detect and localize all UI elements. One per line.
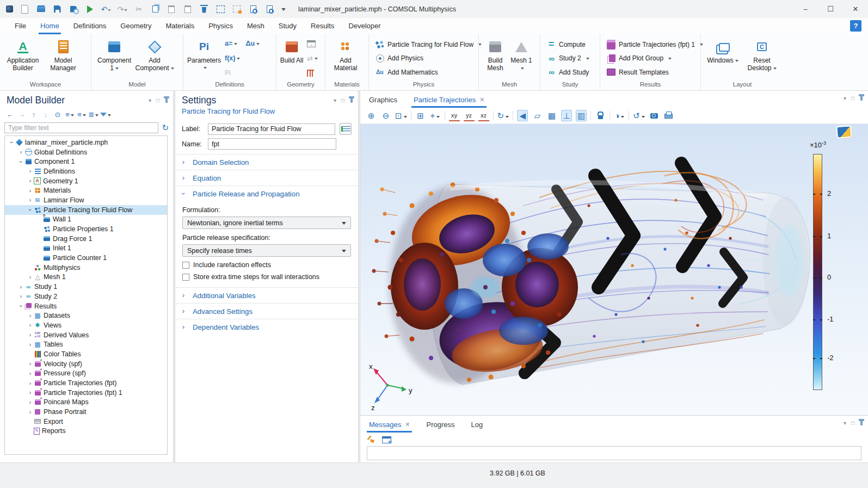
results[interactable]: Results <box>304 18 341 34</box>
home[interactable]: Home <box>33 18 66 34</box>
pin-panel-icon[interactable] <box>165 98 168 103</box>
tree-expander-icon[interactable] <box>27 313 34 319</box>
particle-trajectories[interactable]: Particle Trajectories ✕ <box>414 96 484 108</box>
particle-trajectories-plot-button[interactable]: Particle Trajectories (fpt) 1 <box>607 39 703 50</box>
tree-row[interactable]: Export <box>5 417 167 427</box>
refresh-tree-icon[interactable]: ↻ <box>162 123 169 133</box>
tree-expander-icon[interactable] <box>27 361 34 367</box>
close-tab-icon[interactable]: ✕ <box>479 96 484 103</box>
tree-expander-icon[interactable] <box>27 168 34 174</box>
tree-row[interactable]: Particle Tracing for Fluid Flow <box>5 205 167 215</box>
section-domain-selection[interactable]: Domain Selection <box>175 154 358 170</box>
file[interactable]: File <box>8 18 33 34</box>
undo-icon[interactable]: ↶ <box>99 3 113 16</box>
study-2-button[interactable]: ∞ Study 2 <box>547 53 589 64</box>
tree-row[interactable]: Velocity (spf) <box>5 359 167 369</box>
save-search-icon[interactable] <box>66 3 81 16</box>
tree-row[interactable]: Results <box>5 301 167 311</box>
snapshot-icon[interactable] <box>649 110 660 121</box>
tree-expander-icon[interactable] <box>17 284 24 290</box>
delete-icon[interactable] <box>197 3 211 16</box>
zoom-out-icon[interactable]: ⊖ <box>380 110 391 121</box>
tree-expander-icon[interactable] <box>27 399 34 405</box>
zoom-extents-icon[interactable]: ⊞ <box>415 110 426 121</box>
mesh-1-button[interactable]: Mesh 1 <box>509 37 533 79</box>
open-log-window-icon[interactable] <box>382 436 391 443</box>
progress[interactable]: Progress <box>426 421 454 433</box>
grid-icon[interactable]: ▦ <box>546 110 557 121</box>
close-button[interactable]: ✕ <box>843 0 868 18</box>
view-xy-icon[interactable]: xy <box>449 110 460 121</box>
wall-timesteps-checkbox[interactable] <box>182 274 189 281</box>
messages[interactable]: Messages ✕ <box>369 421 410 433</box>
windows-button[interactable]: Windows <box>707 37 738 79</box>
maximize-button[interactable]: ☐ <box>818 0 843 18</box>
tree-expander-icon[interactable] <box>27 197 34 203</box>
import-geometry-button[interactable] <box>307 38 318 49</box>
build-all-button[interactable]: Build All <box>280 37 304 79</box>
scene-light-icon[interactable]: ◀ <box>517 110 528 121</box>
add-material-button[interactable]: Add Material <box>329 37 362 79</box>
tree-row[interactable]: Materials <box>5 186 167 195</box>
collapse-panel-icon[interactable]: ▾ <box>844 95 846 101</box>
float-panel-icon[interactable]: □ <box>156 97 159 103</box>
graphics-canvas[interactable]: x y z ×10-3 2 1 0 -1 -2 <box>360 124 868 415</box>
result-templates-button[interactable]: Result Templates <box>607 66 703 78</box>
collapse-panel-icon[interactable]: ▾ <box>334 97 336 103</box>
tree-row[interactable]: Component 1 <box>5 157 167 166</box>
view-xz-icon[interactable]: xz <box>478 110 489 121</box>
tree-row[interactable]: Poincaré Maps <box>5 398 167 407</box>
tree-filter-input[interactable] <box>4 122 158 133</box>
pin-panel-icon[interactable] <box>350 98 353 103</box>
tree-row[interactable]: Reports <box>5 427 167 436</box>
messages-output[interactable] <box>367 446 861 460</box>
tree-row[interactable]: Views <box>5 320 167 330</box>
name-input[interactable] <box>208 138 336 150</box>
tree-row[interactable]: Particle Trajectories (fpt) 1 <box>5 388 167 398</box>
model-manager-button[interactable]: Model Manager <box>44 37 83 79</box>
tree-row[interactable]: Phase Portrait <box>5 407 167 417</box>
tree-expander-icon[interactable] <box>17 303 24 309</box>
compute-button[interactable]: = Compute <box>547 39 589 50</box>
tree-display-icon[interactable]: ≣ <box>88 109 99 120</box>
tree-row[interactable]: Datasets <box>5 311 167 320</box>
tree-row[interactable]: Tables <box>5 339 167 349</box>
forward-icon[interactable]: → <box>16 109 27 120</box>
functions-button[interactable]: f(x) <box>225 53 240 64</box>
select-box-icon[interactable] <box>213 3 227 16</box>
tree-expander-icon[interactable] <box>27 390 34 396</box>
tree-expander-icon[interactable] <box>27 332 34 338</box>
paste-icon[interactable] <box>164 3 178 16</box>
open-file-icon[interactable] <box>34 3 48 16</box>
edit-label-button[interactable] <box>340 123 352 135</box>
zoom-box-icon[interactable]: ⊡ <box>395 110 407 121</box>
geometry[interactable]: Geometry <box>113 18 158 34</box>
tree-row[interactable]: Study 1 <box>5 282 167 292</box>
tree-expander-icon[interactable] <box>27 188 34 194</box>
tree-row[interactable]: Pressure (spf) <box>5 369 167 379</box>
pin-panel-icon[interactable] <box>860 421 863 425</box>
virtual-operations-button[interactable] <box>307 67 318 78</box>
tree-expander-icon[interactable] <box>27 409 34 415</box>
show-options-icon[interactable]: ⊙ <box>52 109 63 120</box>
application-builder-button[interactable]: A Application Builder <box>3 37 42 79</box>
tree-expander-icon[interactable] <box>27 342 34 348</box>
tree-row[interactable]: Inlet 1 <box>5 244 167 254</box>
section-particle-release[interactable]: Particle Release and Propagation <box>175 186 358 201</box>
expand-all-icon[interactable]: ≡ <box>64 109 75 120</box>
add-plot-group-button[interactable]: Add Plot Group <box>607 53 703 64</box>
update-geometry-button[interactable]: ⇄ <box>307 53 318 64</box>
zoom-in-icon[interactable]: ⊕ <box>366 110 377 121</box>
tree-row[interactable]: Definitions <box>5 166 167 176</box>
float-panel-icon[interactable]: □ <box>851 95 854 101</box>
tree-expander-icon[interactable] <box>27 274 34 280</box>
mesh[interactable]: Mesh <box>240 18 272 34</box>
back-icon[interactable]: ← <box>4 109 15 120</box>
graphics[interactable]: Graphics <box>369 96 397 108</box>
view-yz-icon[interactable]: yz <box>464 110 475 121</box>
section-additional-variables[interactable]: Additional Variables <box>175 287 358 303</box>
copy-icon[interactable] <box>148 3 162 16</box>
parameters-button[interactable]: Pi Parameters <box>187 37 221 79</box>
toolbar-more-icon[interactable] <box>279 3 288 16</box>
tree-row[interactable]: Derived Values <box>5 330 167 340</box>
